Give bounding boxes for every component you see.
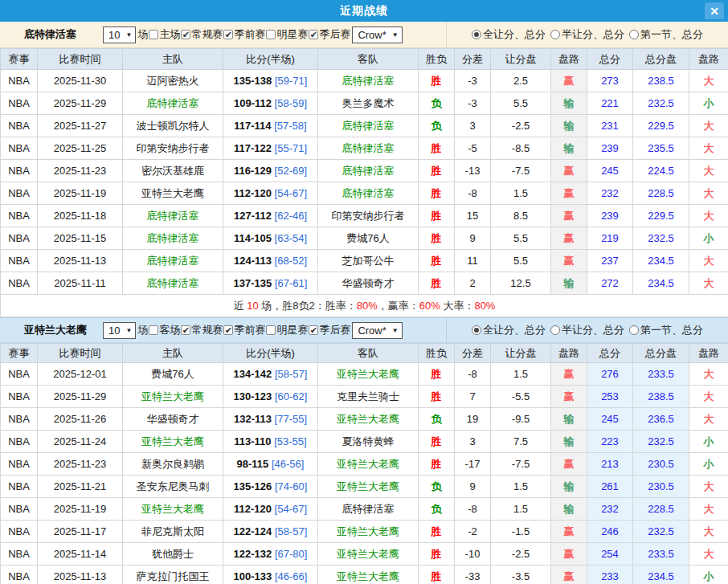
summary-text: 80% (474, 300, 495, 312)
filter-checkbox[interactable]: 明星赛 (265, 323, 308, 337)
score-cell: 116-129 [52-69] (223, 160, 318, 182)
column-header: 总分盘 (633, 49, 689, 70)
column-header: 总分 (587, 344, 633, 363)
score-cell: 135-126 [74-60] (223, 476, 318, 498)
win-loss-label: 胜 (431, 435, 442, 447)
total-line-cell: 238.5 (633, 386, 689, 408)
chevron-down-icon: ▼ (392, 31, 399, 39)
filter-radio[interactable]: 半让分、总分 (550, 323, 624, 337)
filter-checkbox[interactable]: 常规赛 (180, 27, 223, 42)
filter-radio[interactable]: 第一节、总分 (629, 323, 703, 337)
point-diff-cell: 7 (455, 386, 491, 408)
point-diff-cell: 11 (455, 250, 491, 272)
column-header: 分差 (455, 344, 491, 363)
filter-checkbox[interactable]: 季前赛 (223, 323, 265, 337)
team-label: 底特律活塞 (147, 97, 199, 109)
checkbox-label: 季前赛 (234, 27, 265, 42)
summary-text: 近 (234, 300, 247, 312)
filter-checkbox[interactable]: 明星赛 (265, 27, 308, 42)
radio-button-icon (550, 325, 560, 335)
bookmaker-select[interactable]: Crow* ▼ (352, 27, 402, 43)
column-header: 比分(半场) (223, 344, 318, 363)
home-team-cell: 亚特兰大老鹰 (123, 498, 223, 521)
filter-radio[interactable]: 半让分、总分 (550, 27, 624, 42)
half-score: [60-62] (275, 390, 307, 402)
total-points-cell: 239 (587, 205, 633, 227)
total-line-cell: 224.5 (633, 160, 689, 182)
bookmaker-select[interactable]: Crow* ▼ (352, 322, 402, 339)
full-score: 109-112 (234, 97, 272, 109)
checkbox-box-icon (223, 325, 233, 335)
radio-button-icon (629, 325, 639, 335)
total-line-cell: 233.5 (633, 363, 689, 386)
handicap-result-cell: 赢 (551, 227, 587, 250)
total-line-cell: 232.5 (633, 92, 689, 115)
filter-checkbox[interactable]: 季后赛 (308, 27, 350, 42)
filter-radio[interactable]: 全让分、总分 (472, 323, 546, 337)
radio-label: 第一节、总分 (640, 27, 703, 42)
filter-checkbox[interactable]: 常规赛 (180, 323, 223, 337)
team-label: 费城76人 (151, 368, 194, 380)
checkbox-label: 季后赛 (319, 323, 350, 337)
handicap-cell: 12.5 (491, 272, 551, 295)
modal-titlebar: 近期战绩 ✕ (0, 0, 728, 22)
win-loss-cell: 胜 (419, 272, 455, 295)
total-points-cell: 253 (587, 386, 633, 408)
handicap-cell: -1.5 (491, 521, 551, 543)
away-team-cell: 芝加哥公牛 (318, 250, 419, 272)
filter-checkbox[interactable]: 主场 (148, 27, 180, 42)
half-score: [62-46] (275, 210, 307, 222)
full-score: 127-112 (234, 210, 272, 222)
handicap-result-label: 赢 (564, 210, 575, 222)
team-label: 迈阿密热火 (147, 75, 199, 87)
point-diff-cell: -8 (455, 182, 491, 205)
total-points-cell: 261 (587, 476, 633, 498)
home-team-cell: 底特律活塞 (123, 272, 223, 295)
over-under-label: 大 (704, 503, 714, 515)
full-score: 135-138 (234, 75, 272, 87)
radio-button-icon (472, 30, 481, 39)
table-row: NBA2025-11-26华盛顿奇才132-113 [77-55]亚特兰大老鹰负… (1, 408, 728, 431)
full-score: 117-122 (234, 142, 272, 154)
games-count-select[interactable]: 10 ▼ (103, 27, 136, 43)
handicap-cell: -2.5 (491, 115, 551, 137)
team-label: 亚特兰大老鹰 (337, 413, 399, 425)
filter-radio[interactable]: 第一节、总分 (629, 27, 703, 42)
win-loss-label: 负 (431, 503, 442, 515)
filter-checkbox[interactable]: 季后赛 (308, 323, 350, 337)
over-under-label: 大 (704, 525, 714, 537)
summary-text: 10 (247, 300, 258, 312)
column-header: 让分盘 (491, 344, 551, 363)
handicap-result-label: 输 (564, 503, 575, 515)
filter-radio[interactable]: 全让分、总分 (472, 27, 546, 42)
win-loss-cell: 胜 (419, 205, 455, 227)
league-cell: NBA (1, 92, 38, 115)
point-diff-cell: -3 (455, 70, 491, 92)
filter-checkbox[interactable]: 季前赛 (223, 27, 265, 42)
close-button[interactable]: ✕ (705, 2, 724, 19)
win-loss-label: 负 (431, 413, 442, 425)
handicap-result-cell: 赢 (551, 453, 587, 476)
games-count-select[interactable]: 10 ▼ (103, 322, 136, 339)
win-loss-label: 胜 (431, 548, 442, 560)
score-cell: 98-115 [46-56] (223, 453, 318, 476)
full-score: 117-114 (234, 120, 271, 132)
total-line-cell: 229.5 (633, 115, 689, 137)
filter-checkboxes: 客场常规赛季前赛明星赛季后赛 (148, 323, 350, 337)
games-label: 场 (137, 323, 148, 337)
handicap-result-label: 输 (564, 435, 575, 447)
team-label: 亚特兰大老鹰 (141, 503, 204, 515)
full-score: 114-105 (234, 232, 272, 244)
full-score: 132-113 (234, 413, 272, 425)
total-line-cell: 228.5 (633, 498, 689, 521)
handicap-result-label: 赢 (564, 368, 575, 380)
date-cell: 2025-11-21 (38, 476, 123, 498)
handicap-result-label: 输 (564, 480, 575, 492)
date-cell: 2025-11-11 (38, 272, 123, 295)
checkbox-box-icon (309, 325, 318, 335)
handicap-result-cell: 输 (551, 92, 587, 115)
over-under-label: 小 (704, 458, 714, 470)
filter-checkbox[interactable]: 客场 (148, 323, 180, 337)
home-team-cell: 亚特兰大老鹰 (123, 182, 223, 205)
win-loss-cell: 负 (419, 408, 455, 431)
